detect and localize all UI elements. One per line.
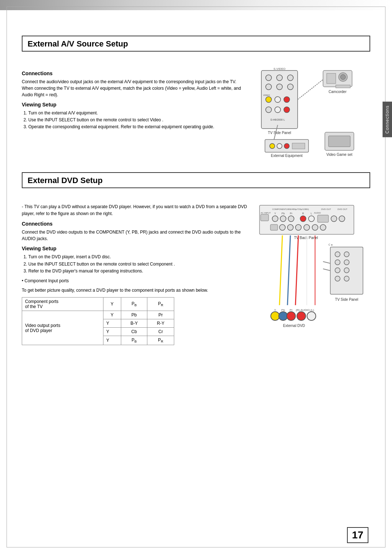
connections-side-tab: Connections [383,102,392,137]
svg-point-44 [280,216,286,222]
svg-point-74 [344,268,349,273]
svg-point-20 [340,74,346,80]
svg-point-25 [270,143,275,149]
table-cell-y-dvd3: Y [103,327,121,336]
av-viewing-steps: Turn on the external A/V equipment. Use … [22,110,247,131]
svg-point-4 [287,75,293,81]
table-cell-pb-dvd2: B-Y [121,319,147,327]
svg-text:TV Side Panel: TV Side Panel [335,298,358,302]
svg-point-7 [287,84,293,90]
table-cell-pr-dvd3: Cr [147,327,174,336]
svg-line-64 [295,235,298,305]
dvd-section-content: This TV can play a DVD without a separat… [22,203,370,361]
table-cell-pb-dvd1: Pb [121,311,147,319]
svg-point-47 [300,216,306,222]
top-decorative-bar [0,0,392,10]
svg-point-57 [295,225,301,230]
svg-text:Pr: Pr [290,308,293,312]
svg-text:C ●: C ● [328,243,332,246]
svg-text:AC INPUT: AC INPUT [261,212,271,214]
svg-rect-54 [270,225,278,230]
table-cell-pb-dvd3: Cb [121,327,147,336]
table-cell-pr-dvd1: Pr [147,311,174,319]
section-dvd: External DVD Setup [22,172,370,188]
table-cell-pr-tv: PR [147,297,174,311]
table-cell-pr-dvd2: R-Y [147,319,174,327]
svg-point-10 [275,97,281,102]
svg-point-73 [335,268,340,273]
table-cell-y-dvd2: Y [103,319,121,327]
svg-point-60 [320,225,326,230]
table-row-header: Component portsof the TV Y PB PR [22,297,174,311]
svg-text:External DVD: External DVD [283,324,305,328]
svg-text:Video Game set: Video Game set [326,153,352,157]
table-cell-pb-dvd4: PB [121,336,147,345]
svg-point-3 [277,75,282,81]
svg-line-62 [279,235,282,305]
av-step-2: Use the INPUT SELECT button on the remot… [28,117,247,124]
svg-text:Pb: Pb [282,212,285,215]
svg-point-70 [344,252,349,257]
svg-text:VIDEO: VIDEO [263,94,270,96]
svg-text:L: L [311,212,312,215]
svg-point-52 [331,216,337,222]
svg-rect-28 [292,143,305,149]
av-step-3: Operate the corresponding external equip… [28,124,247,130]
section-dvd-title: External DVD Setup [28,176,364,185]
svg-text:TV Back Panel: TV Back Panel [294,236,318,240]
component-ports-bullet: • Component Input ports [22,278,250,284]
av-diagram-column: S-VIDEO VIDEO D-H8/2000 L TV Sid [254,67,370,161]
svg-text:Pb: Pb [281,308,285,312]
svg-rect-51 [318,215,328,222]
svg-point-9 [266,97,271,102]
svg-point-5 [266,84,271,90]
svg-point-88 [307,312,316,320]
av-viewing-heading: Viewing Setup [22,102,247,108]
svg-point-87 [297,312,306,320]
svg-text:S-VIDEO: S-VIDEO [274,67,286,70]
svg-text:External Equipment: External Equipment [271,154,302,158]
svg-point-6 [277,84,282,90]
svg-point-11 [284,97,290,102]
dvd-text-column: This TV can play a DVD without a separat… [22,203,250,361]
av-text-column: Connections Connect the audio/video outp… [22,67,247,161]
dvd-connections-heading: Connections [22,221,250,227]
dvd-viewing-steps: Turn on the DVD player, insert a DVD dis… [22,254,250,275]
section-av-source: External A/V Source Setup [22,36,370,52]
svg-line-63 [287,235,290,305]
svg-text:TV Side Panel: TV Side Panel [268,131,291,135]
side-tab-label: Connections [385,105,390,134]
dvd-diagram-column: COMPONENT(480i/480p/720p/1080i) DVD OUT … [258,203,370,361]
svg-point-76 [344,276,349,281]
section-av-title: External A/V Source Setup [28,39,364,49]
svg-rect-18 [327,73,336,84]
svg-point-2 [266,75,271,81]
av-section-content: Connections Connect the audio/video outp… [22,67,370,161]
svg-point-53 [339,216,345,222]
svg-text:Camcorder: Camcorder [328,90,347,94]
svg-rect-40 [261,214,269,221]
svg-text:DVD OUT: DVD OUT [321,208,331,210]
svg-text:Pr: Pr [290,212,293,215]
dvd-connections-text: Connect the DVD video outputs to the COM… [22,229,250,242]
svg-point-55 [279,225,285,230]
svg-point-86 [287,312,295,320]
svg-text:D-H8/2000 L: D-H8/2000 L [270,118,285,121]
svg-point-12 [266,107,271,113]
svg-point-75 [335,276,340,281]
component-ports-text: To get better picture quality, connect a… [22,287,250,294]
table-cell-y-tv: Y [103,297,121,311]
dvd-diagram-svg: COMPONENT(480i/480p/720p/1080i) DVD OUT … [258,203,370,360]
svg-text:R: R [302,212,304,215]
svg-point-59 [312,225,318,230]
svg-point-42 [272,216,278,222]
svg-point-49 [309,216,314,222]
dvd-step-1: Turn on the DVD player, insert a DVD dis… [28,254,250,260]
svg-rect-31 [328,136,350,147]
table-cell-label-tv: Component portsof the TV [22,297,103,311]
dvd-step-2: Use the INPUT SELECT button on the remot… [28,261,250,268]
svg-point-46 [288,216,294,222]
spacer-1 [22,161,370,172]
svg-point-26 [277,143,282,149]
table-row-dvd: Video output portsof DVD player Y Pb Pr [22,311,174,319]
